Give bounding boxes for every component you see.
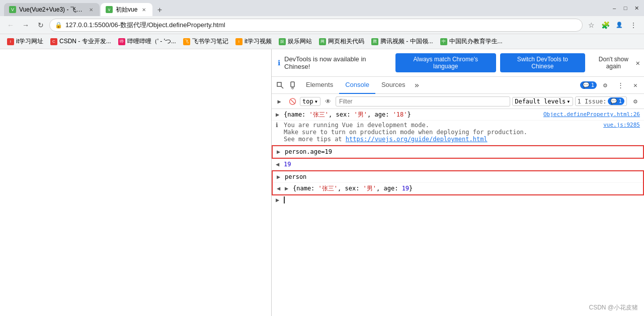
tab-close-2[interactable]: ✕ xyxy=(140,6,147,13)
url-text: 127.0.0.1:5500/06-数据代理/Object.defineProp… xyxy=(65,21,225,30)
console-issue-badge: 💬 1 xyxy=(608,97,624,105)
bookmark-entertainment[interactable]: 娱 娱乐网站 xyxy=(276,36,315,47)
reload-button[interactable]: ↻ xyxy=(34,19,47,32)
navigation-bar: ← → ↻ 🔒 127.0.0.1:5500/06-数据代理/Object.de… xyxy=(0,16,644,34)
console-entry-person: ▶ person xyxy=(273,171,643,183)
context-selector[interactable]: top ▾ xyxy=(300,97,320,106)
context-dropdown-icon: ▾ xyxy=(314,98,318,105)
bookmark-csdn[interactable]: C CSDN - 专业开发... xyxy=(47,36,114,47)
tab-favicon-1: V xyxy=(9,6,16,13)
maximize-button[interactable]: □ xyxy=(622,5,629,12)
bookmark-label-2: CSDN - 专业开发... xyxy=(59,37,111,46)
bookmark-it-study[interactable]: i it学习网址 xyxy=(4,36,46,47)
minimize-button[interactable]: – xyxy=(611,5,618,12)
extensions-button[interactable]: 🧩 xyxy=(599,19,612,32)
devtools-settings-button[interactable]: ⚙ xyxy=(599,79,612,92)
console-source-vue[interactable]: vue.js:9285 xyxy=(599,122,640,128)
bookmark-favicon-1: i xyxy=(7,38,14,45)
devtools-close-button[interactable]: ✕ xyxy=(629,79,642,92)
console-source-1[interactable]: Object.defineProperty.html:26 xyxy=(539,110,640,119)
context-label: top xyxy=(302,98,313,105)
bookmark-label-7: 网页相关代码 xyxy=(328,37,364,46)
notification-text: DevTools is now available in Chinese! xyxy=(284,55,391,70)
tab-close-1[interactable]: ✕ xyxy=(88,6,95,13)
dont-show-again-button[interactable]: Don't show again xyxy=(589,53,638,72)
bookmark-favicon-7: 网 xyxy=(319,38,326,45)
bookmark-bilibili[interactable]: 哔 哔哩哔哩（' - 'つ... xyxy=(115,36,179,47)
console-clear-button[interactable]: 🚫 xyxy=(287,96,298,107)
devtools-more-button[interactable]: ⋮ xyxy=(614,79,627,92)
close-window-button[interactable]: ✕ xyxy=(633,5,640,12)
tab-elements[interactable]: Elements xyxy=(300,77,339,94)
console-eye-button[interactable]: 👁 xyxy=(323,96,334,107)
tab-vue-docs[interactable]: V Vue(Vue2+Vue3) - 飞书云文档 ✕ xyxy=(4,3,100,16)
address-bar[interactable]: 🔒 127.0.0.1:5500/06-数据代理/Object.definePr… xyxy=(49,19,583,32)
bookmarks-bar: i it学习网址 C CSDN - 专业开发... 哔 哔哩哔哩（' - 'つ.… xyxy=(0,34,644,49)
profile-button[interactable]: 👤 xyxy=(613,19,626,32)
notification-close-button[interactable]: ✕ xyxy=(636,59,640,67)
bookmark-webpage-code[interactable]: 网 网页相关代码 xyxy=(316,36,367,47)
always-match-language-button[interactable]: Always match Chrome's language xyxy=(395,53,496,72)
console-text-person: person xyxy=(285,172,639,181)
devtools-notification-bar: ℹ DevTools is now available in Chinese! … xyxy=(272,49,644,77)
tab-console[interactable]: Console xyxy=(339,77,375,94)
more-menu-button[interactable]: ⋮ xyxy=(627,19,640,32)
default-levels-chevron: ▾ xyxy=(567,98,570,105)
console-input-line: ▶ xyxy=(272,195,644,204)
forward-button[interactable]: → xyxy=(19,19,32,32)
issue-count: 1 xyxy=(591,82,594,88)
vue-deployment-link[interactable]: https://vuejs.org/guide/deployment.html xyxy=(346,136,488,143)
expand-arrow-2[interactable]: ▶ xyxy=(277,147,283,156)
devtools-tabs-toolbar: Elements Console Sources » 💬 1 ⚙ ⋮ ✕ xyxy=(272,77,644,94)
tab-initial-vue[interactable]: v 初始vue ✕ xyxy=(101,3,152,16)
tab-favicon-2: v xyxy=(106,6,113,13)
notification-buttons: Always match Chrome's language Switch De… xyxy=(395,53,638,72)
console-output: ▶ {name: '张三', sex: '男', age: '18'} Obje… xyxy=(272,109,644,316)
bookmark-feishu[interactable]: 飞 飞书学习笔记 xyxy=(180,36,231,47)
bookmark-label-5: it学习视频 xyxy=(245,37,272,46)
devtools-panel: ℹ DevTools is now available in Chinese! … xyxy=(272,49,644,316)
expand-arrow-3[interactable]: ▶ xyxy=(277,172,283,181)
bookmark-star-button[interactable]: ☆ xyxy=(585,19,598,32)
bookmark-favicon-2: C xyxy=(50,38,57,45)
bookmark-favicon-5: i xyxy=(235,38,243,45)
vue-info-icon: ℹ xyxy=(276,122,282,129)
console-issue-num: 1 xyxy=(618,98,622,104)
console-settings-button[interactable]: ⚙ xyxy=(629,95,642,108)
nav-right-icons: ☆ 🧩 👤 ⋮ xyxy=(585,19,640,32)
bookmark-label-4: 飞书学习笔记 xyxy=(192,37,228,46)
default-levels-dropdown[interactable]: Default levels ▾ xyxy=(512,97,573,106)
bookmark-label-6: 娱乐网站 xyxy=(288,37,312,46)
bookmark-favicon-6: 娱 xyxy=(279,38,286,45)
issue-icon: 💬 xyxy=(583,82,590,88)
tab-more-button[interactable]: » xyxy=(412,77,423,94)
tab-sources[interactable]: Sources xyxy=(375,77,412,94)
notification-info-icon: ℹ xyxy=(278,59,280,67)
secure-icon: 🔒 xyxy=(55,22,62,29)
svg-rect-0 xyxy=(277,82,281,86)
expand-arrow-1[interactable]: ▶ xyxy=(276,110,282,119)
console-play-button[interactable]: ▶ xyxy=(274,96,285,107)
console-issue-icon: 💬 xyxy=(610,98,617,104)
bookmark-tencent-video[interactable]: 腾 腾讯视频 - 中国领... xyxy=(368,36,436,47)
bookmark-label-1: it学习网址 xyxy=(16,37,43,46)
issue-badge[interactable]: 💬 1 xyxy=(580,81,597,89)
device-mode-button[interactable] xyxy=(287,79,300,92)
red-border-section-1: ▶ person.age=19 xyxy=(272,145,644,159)
bookmark-label-3: 哔哩哔哩（' - 'つ... xyxy=(127,37,176,46)
inspect-element-button[interactable] xyxy=(274,79,287,92)
back-button[interactable]: ← xyxy=(4,19,17,32)
svg-rect-3 xyxy=(292,87,293,89)
new-tab-button[interactable]: + xyxy=(153,4,166,16)
console-issue-count[interactable]: 1 Issue: 💬 1 xyxy=(575,96,627,106)
console-vue-info: ℹ You are running Vue in development mod… xyxy=(272,121,644,145)
console-filter-input[interactable] xyxy=(336,96,510,107)
response-arrow-1: ◀ xyxy=(276,160,282,169)
bookmark-favicon-8: 腾 xyxy=(371,38,378,45)
bookmark-education[interactable]: 中 中国民办教育学生... xyxy=(437,36,506,47)
tab-bar: V Vue(Vue2+Vue3) - 飞书云文档 ✕ v 初始vue ✕ + xyxy=(4,0,166,16)
expand-arrow-4[interactable]: ▶ xyxy=(285,184,291,193)
switch-to-chinese-button[interactable]: Switch DevTools to Chinese xyxy=(500,53,585,72)
console-text-19: 19 xyxy=(284,160,640,169)
bookmark-it-video[interactable]: i it学习视频 xyxy=(232,36,275,47)
